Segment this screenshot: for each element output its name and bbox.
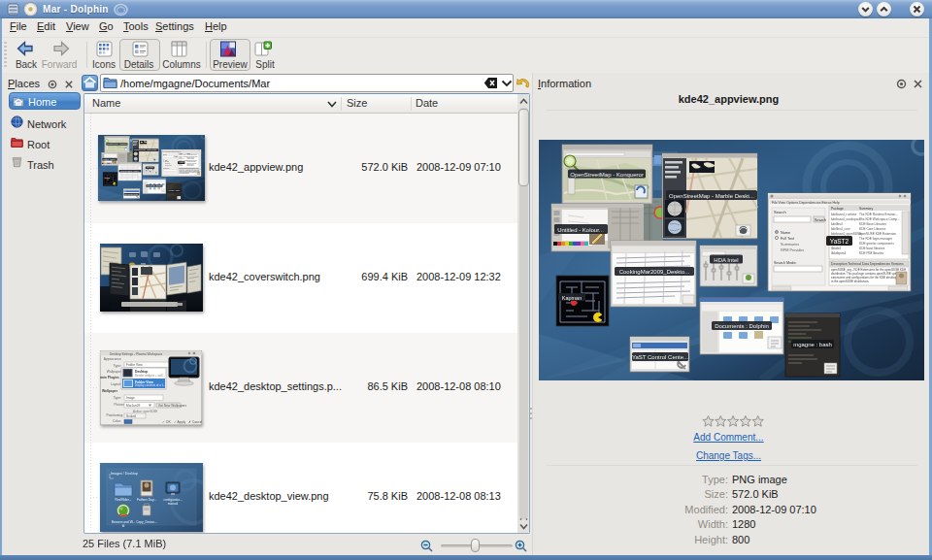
svg-text:Appearance: Appearance [104, 357, 121, 361]
svg-text:Render widgets + wall...: Render widgets + wall... [135, 374, 165, 378]
svg-text:Layout:: Layout: [111, 382, 121, 386]
svg-text:Fathers Day...: Fathers Day... [137, 498, 156, 502]
svg-text:Picture:: Picture: [115, 403, 126, 407]
svg-text:✗ Cancel: ✗ Cancel [188, 420, 202, 424]
svg-text:Type:: Type: [114, 364, 121, 368]
svg-text:Wallpaper: Wallpaper [102, 389, 118, 393]
svg-text:MarJan09: MarJan09 [126, 404, 140, 408]
svg-text:Type:: Type: [114, 396, 121, 400]
svg-text:Desktop Settings - Plasma Work: Desktop Settings - Plasma Workspace [110, 352, 163, 356]
svg-text:manual: manual [168, 502, 179, 506]
svg-text:Color:: Color: [113, 419, 121, 423]
svg-text:Folder View: Folder View [126, 363, 143, 367]
svg-text:Copy_Device...: Copy_Device... [136, 520, 157, 524]
svg-text:Red Rider...: Red Rider... [116, 498, 132, 502]
svg-text:ld: ld [122, 524, 125, 528]
svg-text:✓ OK: ✓ OK [162, 420, 171, 424]
svg-text:Author: openSUSE: Author: openSUSE [133, 410, 157, 413]
svg-text:Get New Wallpapers: Get New Wallpapers [158, 404, 187, 408]
svg-text:Scaled: Scaled [126, 414, 136, 418]
svg-text:Positioning:: Positioning: [106, 413, 123, 417]
svg-text:Images / Desktop: Images / Desktop [111, 472, 138, 476]
svg-text:Image: Image [126, 396, 135, 400]
svg-text:Display contents of a f...: Display contents of a f... [135, 383, 165, 387]
svg-text:Contain Plugins: Contain Plugins [100, 376, 119, 379]
svg-text:Wallpaper: Wallpaper [107, 370, 122, 374]
svg-text:✓ Apply: ✓ Apply [174, 420, 185, 424]
